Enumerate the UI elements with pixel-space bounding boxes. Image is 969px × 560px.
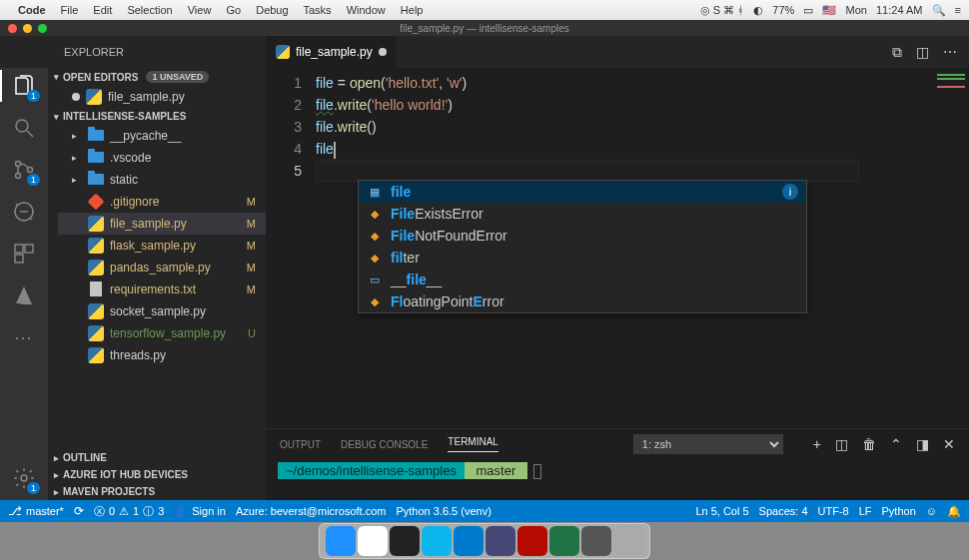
split-editor-icon[interactable]: ◫ (916, 44, 929, 60)
wifi-icon[interactable]: ◎ S ⌘ ᚼ (700, 4, 745, 16)
terminal-selector[interactable]: 1: zsh (633, 434, 783, 454)
status-notifications-icon[interactable]: 🔔 (947, 505, 961, 518)
code-editor[interactable]: 12345 file = open('hello.txt', 'w')file.… (266, 68, 969, 428)
dock-trash[interactable] (613, 526, 643, 556)
code-line-5[interactable]: file (316, 138, 929, 160)
close-panel-icon[interactable]: ✕ (943, 436, 955, 452)
status-cursor-pos[interactable]: Ln 5, Col 5 (695, 505, 748, 517)
battery-percent[interactable]: 77% (772, 4, 794, 16)
activity-scm[interactable]: 1 (12, 158, 36, 182)
activity-debug[interactable] (12, 200, 36, 224)
dock-docker[interactable] (422, 526, 452, 556)
tree-item-threads-py[interactable]: threads.py (58, 344, 266, 366)
intellisense-item[interactable]: ◆FileNotFoundError (359, 225, 806, 247)
code-lines[interactable]: file = open('hello.txt', 'w')file.write(… (316, 68, 929, 428)
menu-help[interactable]: Help (401, 4, 424, 16)
intellisense-item[interactable]: ◆filter (359, 247, 806, 269)
minimap[interactable] (929, 68, 969, 428)
activity-more[interactable]: ⋯ (12, 325, 36, 349)
compare-changes-icon[interactable]: ⧉ (892, 44, 902, 61)
azure-iot-header[interactable]: ▸ AZURE IOT HUB DEVICES (48, 466, 266, 483)
panel-tab-terminal[interactable]: TERMINAL (448, 436, 498, 452)
menu-file[interactable]: File (61, 4, 79, 16)
tree-item-flask-sample-py[interactable]: flask_sample.pyM (58, 235, 266, 257)
dock-vscode[interactable] (454, 526, 484, 556)
dirty-indicator-icon[interactable] (379, 48, 387, 56)
menu-window[interactable]: Window (347, 4, 386, 16)
dock-app[interactable] (581, 526, 611, 556)
menu-debug[interactable]: Debug (256, 4, 288, 16)
activity-extensions[interactable] (12, 242, 36, 266)
activity-azure[interactable] (12, 283, 36, 307)
dock-adobe[interactable] (517, 526, 547, 556)
close-window-icon[interactable] (8, 24, 17, 33)
menu-go[interactable]: Go (226, 4, 241, 16)
status-encoding[interactable]: UTF-8 (818, 505, 849, 517)
kill-terminal-icon[interactable]: 🗑 (862, 436, 876, 452)
panel-tab-output[interactable]: OUTPUT (280, 439, 321, 450)
tree-item-socket-sample-py[interactable]: socket_sample.py (58, 300, 266, 322)
activity-search[interactable] (12, 116, 36, 140)
info-icon[interactable]: i (782, 184, 798, 200)
activity-settings[interactable]: 1 (12, 466, 36, 490)
menu-edit[interactable]: Edit (93, 4, 112, 16)
split-terminal-icon[interactable]: ◫ (835, 436, 848, 452)
status-sync[interactable]: ⟳ (74, 504, 84, 518)
dock-terminal[interactable] (390, 526, 420, 556)
status-azure[interactable]: Azure: beverst@microsoft.com (236, 505, 387, 517)
tree-item-static[interactable]: ▸static (58, 169, 266, 191)
tree-item-requirements-txt[interactable]: requirements.txtM (58, 279, 266, 300)
spotlight-icon[interactable]: 🔍 (932, 4, 946, 16)
intellisense-item[interactable]: ▦filei (359, 181, 806, 203)
menu-app[interactable]: Code (18, 4, 46, 16)
dock-teams[interactable] (485, 526, 515, 556)
status-indent[interactable]: Spaces: 4 (759, 505, 808, 517)
status-problems[interactable]: ⓧ0 ⚠1 ⓘ3 (94, 504, 164, 519)
dock-excel[interactable] (549, 526, 579, 556)
more-actions-icon[interactable]: ⋯ (943, 44, 957, 60)
status-feedback-icon[interactable]: ☺ (926, 505, 937, 517)
workspace-header[interactable]: ▾ INTELLISENSE-SAMPLES (48, 108, 266, 125)
terminal[interactable]: ~/demos/intellisense-samples master (266, 459, 969, 500)
tree-item---pycache--[interactable]: ▸__pycache__ (58, 125, 266, 147)
code-line-2[interactable]: file.write('hello world!') (316, 94, 929, 116)
tree-item-tensorflow-sample-py[interactable]: tensorflow_sample.pyU (58, 322, 266, 344)
open-editors-header[interactable]: ▾ OPEN EDITORS 1 UNSAVED (48, 68, 266, 86)
menu-extra-icon[interactable]: ≡ (955, 4, 961, 16)
intellisense-item[interactable]: ▭__file__ (359, 269, 806, 290)
minimize-window-icon[interactable] (23, 24, 32, 33)
outline-header[interactable]: ▸ OUTLINE (48, 449, 266, 466)
tab-file-sample[interactable]: file_sample.py (266, 36, 398, 68)
open-editor-item[interactable]: file_sample.py (58, 86, 266, 108)
menu-tasks[interactable]: Tasks (303, 4, 331, 16)
status-branch[interactable]: ⎇master* (8, 504, 64, 518)
status-eol[interactable]: LF (859, 505, 872, 517)
code-line-4[interactable]: file.write() (316, 116, 929, 138)
intellisense-item[interactable]: ◆FileExistsError (359, 203, 806, 225)
menu-view[interactable]: View (188, 4, 212, 16)
zoom-window-icon[interactable] (38, 24, 47, 33)
dock-chrome[interactable] (358, 526, 388, 556)
traffic-lights[interactable] (8, 24, 47, 33)
tree-item--vscode[interactable]: ▸.vscode (58, 147, 266, 169)
status-language[interactable]: Python (882, 505, 916, 517)
wifi-indicator[interactable]: ◐ (753, 4, 763, 16)
menu-selection[interactable]: Selection (127, 4, 172, 16)
status-python[interactable]: Python 3.6.5 (venv) (396, 505, 490, 517)
maven-header[interactable]: ▸ MAVEN PROJECTS (48, 483, 266, 500)
code-line-1[interactable]: file = open('hello.txt', 'w') (316, 72, 929, 94)
app-menu[interactable]: Code File Edit Selection View Go Debug T… (18, 4, 435, 16)
flag-icon[interactable]: 🇺🇸 (822, 4, 836, 16)
tree-item-file-sample-py[interactable]: file_sample.pyM (58, 213, 266, 235)
macos-dock[interactable] (319, 523, 650, 559)
tree-item--gitignore[interactable]: .gitignoreM (58, 191, 266, 213)
new-terminal-icon[interactable]: + (813, 436, 821, 452)
panel-up-icon[interactable]: ⌃ (890, 436, 902, 452)
tree-item-pandas-sample-py[interactable]: pandas_sample.pyM (58, 257, 266, 279)
status-signin[interactable]: 👤Sign in (174, 505, 226, 518)
activity-explorer[interactable]: 1 (12, 74, 36, 98)
intellisense-item[interactable]: ◆FloatingPointError (359, 290, 806, 312)
menubar-time[interactable]: 11:24 AM (876, 4, 922, 16)
intellisense-popup[interactable]: ▦filei◆FileExistsError◆FileNotFoundError… (358, 180, 807, 313)
dock-finder[interactable] (326, 526, 356, 556)
